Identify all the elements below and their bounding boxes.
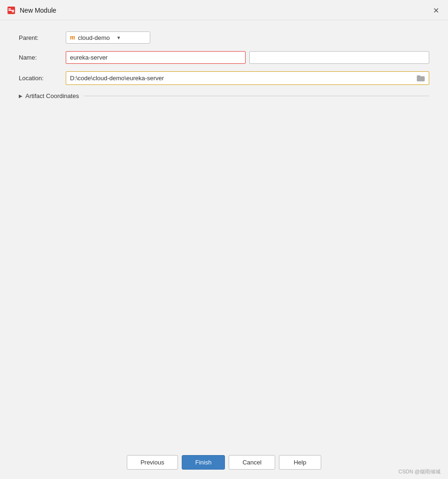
close-button[interactable]: ✕ (431, 6, 440, 15)
folder-browse-button[interactable] (413, 73, 429, 84)
svg-rect-1 (8, 10, 14, 11)
location-row: Location: (19, 71, 429, 85)
location-input-wrapper (66, 71, 429, 85)
new-module-dialog: New Module ✕ Parent: m cloud-demo ▼ Name… (0, 0, 448, 479)
artifact-section: ▶ Artifact Coordinates (19, 92, 429, 99)
dialog-title: New Module (20, 7, 56, 14)
artifact-divider (84, 96, 429, 96)
name-input[interactable] (66, 51, 246, 64)
name-row: Name: (19, 51, 429, 64)
svg-rect-2 (8, 8, 11, 9)
location-input[interactable] (66, 72, 413, 84)
chevron-down-icon: ▼ (116, 35, 121, 40)
watermark: CSDN @烟雨倾城 (399, 468, 440, 475)
name-secondary-input[interactable] (249, 51, 429, 64)
svg-rect-3 (12, 11, 14, 12)
name-label: Name: (19, 54, 66, 61)
expand-icon: ▶ (19, 93, 23, 99)
parent-dropdown[interactable]: m cloud-demo ▼ (66, 31, 150, 44)
title-bar-left: New Module (7, 6, 56, 15)
artifact-label: Artifact Coordinates (25, 92, 79, 99)
name-controls (66, 51, 429, 64)
dialog-content: Parent: m cloud-demo ▼ Name: Location: (0, 20, 448, 448)
parent-controls: m cloud-demo ▼ (66, 31, 429, 44)
maven-icon: m (70, 34, 75, 41)
title-bar: New Module ✕ (0, 0, 448, 20)
dialog-footer: Previous Finish Cancel Help (0, 448, 448, 479)
cancel-button[interactable]: Cancel (229, 455, 275, 470)
parent-row: Parent: m cloud-demo ▼ (19, 31, 429, 44)
finish-button[interactable]: Finish (182, 455, 225, 470)
artifact-toggle[interactable]: ▶ Artifact Coordinates (19, 92, 79, 99)
previous-button[interactable]: Previous (127, 455, 178, 470)
help-button[interactable]: Help (279, 455, 321, 470)
location-label: Location: (19, 75, 66, 82)
parent-label: Parent: (19, 34, 66, 41)
dialog-icon (7, 6, 16, 15)
parent-value: cloud-demo (78, 34, 110, 41)
